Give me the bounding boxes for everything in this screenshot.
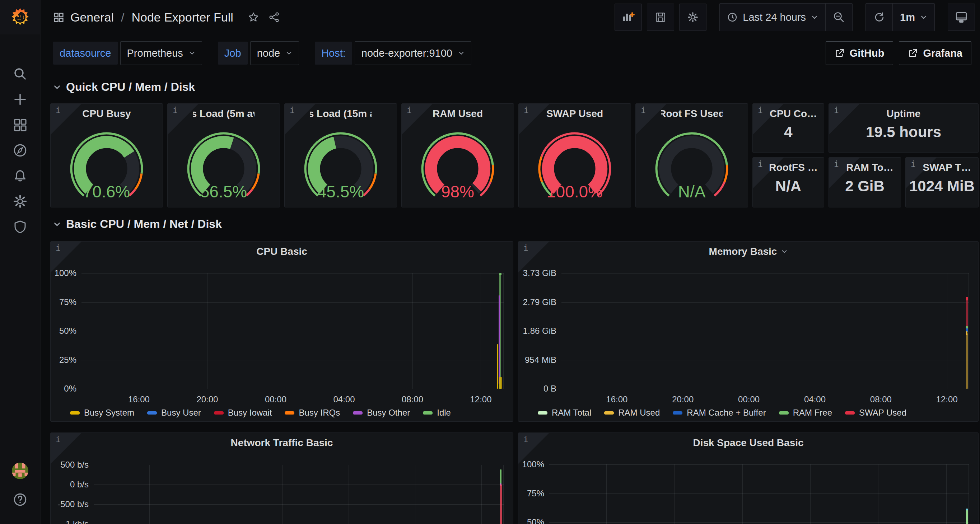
host-select[interactable]: node-exporter:9100 xyxy=(355,41,471,65)
share-icon[interactable] xyxy=(269,11,280,23)
server-admin-shield-icon[interactable] xyxy=(11,218,29,235)
variable-job: Job node xyxy=(218,41,299,65)
panel-cpu-basic: i CPU Basic 100%75%50%25%0%16:0020:0000:… xyxy=(50,241,513,422)
clock-icon xyxy=(727,12,738,22)
help-icon[interactable] xyxy=(11,491,29,508)
gauge-value: 56.5% xyxy=(172,182,275,201)
legend-swatch xyxy=(845,411,855,414)
panel-title[interactable]: Network Traffic Basic xyxy=(76,437,488,449)
github-link-label: GitHub xyxy=(850,48,885,59)
kiosk-mode-button[interactable] xyxy=(948,3,975,31)
legend-swatch xyxy=(353,411,363,414)
panel-title[interactable]: CPU Busy xyxy=(76,108,137,119)
legend-label: Busy User xyxy=(161,408,201,418)
legend-item[interactable]: Busy System xyxy=(70,408,134,418)
user-avatar[interactable] xyxy=(11,462,29,480)
panel-title[interactable]: RAM Used xyxy=(427,108,488,119)
dashboards-icon[interactable] xyxy=(11,116,29,133)
legend-item[interactable]: SWAP Used xyxy=(845,408,907,418)
explore-compass-icon[interactable] xyxy=(11,142,29,159)
add-panel-button[interactable] xyxy=(614,3,642,31)
legend-item[interactable]: Busy IRQs xyxy=(285,408,340,418)
legend-item[interactable]: RAM Used xyxy=(604,408,660,418)
legend-swatch xyxy=(779,411,789,414)
refresh-interval-label: 1m xyxy=(900,11,915,23)
chart-plot-area[interactable]: 3.73 GiB2.79 GiB1.86 GiB954 MiB0 B16:002… xyxy=(562,272,969,389)
legend-item[interactable]: RAM Cache + Buffer xyxy=(673,408,766,418)
series-spike xyxy=(500,470,501,484)
stat-value: 19.5 hours xyxy=(829,124,978,141)
legend-swatch xyxy=(538,411,547,414)
panel-title[interactable]: Sys Load (5m av… xyxy=(193,108,255,119)
x-axis-tick: 00:00 xyxy=(265,394,286,405)
y-axis-tick: 50% xyxy=(59,326,76,336)
panel-title[interactable]: Memory Basic xyxy=(544,246,953,257)
panel-memory-basic: i Memory Basic 3.73 GiB2.79 GiB1.86 GiB9… xyxy=(518,241,978,422)
y-axis-tick: 25% xyxy=(59,355,76,365)
create-plus-icon[interactable] xyxy=(11,91,29,108)
zoom-out-button[interactable] xyxy=(825,3,852,31)
star-icon[interactable] xyxy=(248,11,259,23)
y-axis-tick: 100% xyxy=(54,268,76,278)
search-icon[interactable] xyxy=(11,65,29,83)
section-quick-cpu-mem-disk[interactable]: Quick CPU / Mem / Disk xyxy=(53,80,195,94)
panel-title[interactable]: Sys Load (15m a… xyxy=(310,108,372,119)
panel-uptime: i Uptime 19.5 hours xyxy=(829,103,978,153)
datasource-value: Prometheus xyxy=(127,48,183,59)
panel-title[interactable]: Root FS Used xyxy=(661,108,722,119)
panel-title[interactable]: CPU Basic xyxy=(76,246,488,257)
panel-network-traffic-basic: i Network Traffic Basic 500 b/s0 b/s-500… xyxy=(50,432,513,524)
legend-item[interactable]: Idle xyxy=(423,408,451,418)
chart-plot-area[interactable]: 100%75%50%25%0%16:0020:0000:0004:0008:00… xyxy=(81,272,504,389)
legend-item[interactable]: Busy User xyxy=(147,408,201,418)
x-axis-tick: 12:00 xyxy=(470,394,492,405)
x-axis-tick: 16:00 xyxy=(606,394,627,405)
github-link-button[interactable]: GitHub xyxy=(826,41,894,65)
dashboard-settings-button[interactable] xyxy=(679,3,706,31)
time-range-picker[interactable]: Last 24 hours xyxy=(720,3,825,31)
grafana-logo[interactable] xyxy=(0,0,40,35)
x-axis-tick: 20:00 xyxy=(672,394,694,405)
panel-title[interactable]: Uptime xyxy=(854,108,953,119)
panel-title[interactable]: SWAP Used xyxy=(544,108,606,119)
section-basic-cpu-mem-net-disk[interactable]: Basic CPU / Mem / Net / Disk xyxy=(53,218,222,231)
legend-item[interactable]: RAM Total xyxy=(538,408,591,418)
external-link-icon xyxy=(908,48,918,58)
refresh-button[interactable] xyxy=(866,3,892,31)
stat-value: N/A xyxy=(753,178,824,195)
job-select[interactable]: node xyxy=(250,41,299,65)
chart-plot-area[interactable]: 500 b/s0 b/s-500 b/s-1 kb/s xyxy=(94,463,504,524)
panel-rootfs-total: i RootFS … N/A xyxy=(752,157,824,208)
panel-title[interactable]: RAM To… xyxy=(845,162,895,173)
legend-item[interactable]: Busy Iowait xyxy=(214,408,272,418)
panel-title[interactable]: SWAP T… xyxy=(921,162,972,173)
variable-label: Job xyxy=(218,41,248,65)
breadcrumb-dashboard-title[interactable]: Node Exporter Full xyxy=(131,10,233,24)
chevron-down-icon xyxy=(811,14,818,21)
panel-ram-total: i RAM To… 2 GiB xyxy=(829,157,901,208)
y-axis-tick: 100% xyxy=(522,459,544,470)
legend-swatch xyxy=(285,411,294,414)
legend-label: SWAP Used xyxy=(859,408,907,418)
legend-label: RAM Total xyxy=(552,408,591,418)
gauge-value: 98% xyxy=(406,182,509,201)
legend-item[interactable]: Busy Other xyxy=(353,408,410,418)
alerting-bell-icon[interactable] xyxy=(11,167,29,184)
breadcrumb-separator: / xyxy=(121,10,124,24)
refresh-interval-dropdown[interactable]: 1m xyxy=(892,3,934,31)
configuration-gear-icon[interactable] xyxy=(11,193,29,210)
datasource-select[interactable]: Prometheus xyxy=(120,41,202,65)
chart-plot-area[interactable]: 100%75%50% xyxy=(549,463,969,524)
save-dashboard-button[interactable] xyxy=(647,3,674,31)
breadcrumb: General / Node Exporter Full xyxy=(53,10,280,24)
panel-title[interactable]: RootFS … xyxy=(768,162,818,173)
external-link-icon xyxy=(835,48,845,58)
legend-item[interactable]: RAM Free xyxy=(779,408,832,418)
grafana-link-button[interactable]: Grafana xyxy=(899,41,971,65)
panel-title[interactable]: CPU Co… xyxy=(768,108,818,119)
panel-title[interactable]: Disk Space Used Basic xyxy=(544,437,953,449)
legend-label: Busy Iowait xyxy=(228,408,272,418)
y-axis-tick: 0 B xyxy=(544,384,557,394)
breadcrumb-section[interactable]: General xyxy=(70,10,114,24)
chevron-down-icon xyxy=(286,50,292,56)
